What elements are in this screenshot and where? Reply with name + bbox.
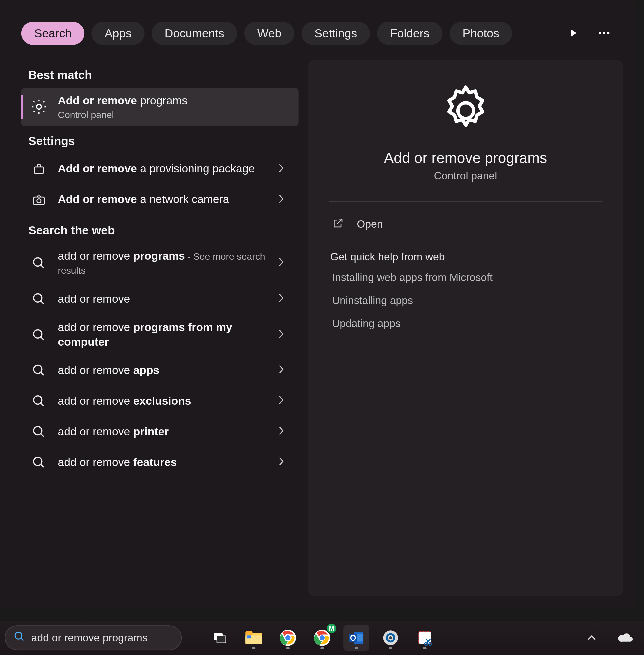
search-input[interactable] xyxy=(31,632,173,644)
open-external-icon xyxy=(332,217,344,232)
svg-point-3 xyxy=(37,105,41,109)
section-best-match: Best match xyxy=(28,68,299,82)
quick-link-updating-apps[interactable]: Updating apps xyxy=(332,317,602,330)
svg-point-8 xyxy=(34,294,42,302)
web-result[interactable]: add or remove exclusions xyxy=(21,386,299,417)
search-icon xyxy=(30,392,49,411)
divider xyxy=(329,201,603,202)
svg-point-7 xyxy=(34,258,42,266)
svg-point-12 xyxy=(34,427,42,435)
svg-point-1 xyxy=(603,32,605,34)
svg-point-0 xyxy=(599,32,601,34)
chevron-right-icon xyxy=(278,163,290,175)
chevron-right-icon xyxy=(278,329,290,341)
web-result[interactable]: add or remove programs - See more search… xyxy=(21,243,299,284)
chevron-right-icon xyxy=(278,194,290,206)
svg-point-6 xyxy=(37,199,41,203)
section-search-web: Search the web xyxy=(28,223,299,237)
tab-search[interactable]: Search xyxy=(21,22,85,45)
svg-point-9 xyxy=(34,330,42,338)
detail-pane: Add or remove programs Control panel Ope… xyxy=(308,60,623,596)
svg-point-13 xyxy=(34,458,42,466)
search-icon xyxy=(30,423,49,442)
gear-icon xyxy=(437,83,493,139)
task-view-icon[interactable] xyxy=(207,625,233,651)
search-results-panel: Search Apps Documents Web Settings Folde… xyxy=(0,0,637,608)
quick-help-header: Get quick help from web xyxy=(330,251,604,263)
search-icon xyxy=(30,361,49,380)
web-result[interactable]: add or remove features xyxy=(21,447,299,478)
svg-rect-21 xyxy=(247,635,251,638)
taskbar: M xyxy=(0,621,644,655)
tab-folders[interactable]: Folders xyxy=(377,22,442,45)
chrome-profile-icon[interactable]: M xyxy=(309,625,335,651)
svg-point-14 xyxy=(458,103,473,118)
svg-rect-4 xyxy=(34,167,44,173)
results-list: Best match Add or remove programs Contro… xyxy=(21,60,299,596)
settings-result-provisioning[interactable]: Add or remove a provisioning package xyxy=(21,154,299,184)
tab-photos[interactable]: Photos xyxy=(449,22,512,45)
best-match-result[interactable]: Add or remove programs Control panel xyxy=(21,88,299,126)
chevron-right-icon xyxy=(278,257,290,269)
gear-icon xyxy=(30,98,49,117)
tab-web[interactable]: Web xyxy=(244,22,294,45)
section-settings: Settings xyxy=(28,134,299,148)
svg-point-10 xyxy=(34,365,42,374)
svg-point-15 xyxy=(15,632,22,639)
search-icon xyxy=(30,254,49,273)
svg-point-11 xyxy=(34,396,42,404)
chevron-right-icon xyxy=(278,457,290,469)
search-icon xyxy=(30,453,49,472)
web-result[interactable]: add or remove apps xyxy=(21,355,299,386)
web-results-container: add or remove programs - See more search… xyxy=(21,243,299,478)
chevron-right-icon xyxy=(278,396,290,407)
svg-point-26 xyxy=(320,635,325,640)
search-icon xyxy=(30,326,49,345)
chrome-icon[interactable] xyxy=(275,625,301,651)
quick-link-install-web-apps[interactable]: Installing web apps from Microsoft xyxy=(332,271,602,284)
snipping-tool-icon[interactable] xyxy=(412,625,438,651)
detail-title: Add or remove programs xyxy=(384,149,547,166)
detail-subtitle: Control panel xyxy=(434,170,497,182)
tab-settings[interactable]: Settings xyxy=(301,22,370,45)
open-action[interactable]: Open xyxy=(329,211,603,238)
outlook-icon[interactable] xyxy=(343,625,369,651)
taskbar-search-box[interactable] xyxy=(5,625,182,650)
chevron-right-icon xyxy=(278,365,290,377)
web-result[interactable]: add or remove printer xyxy=(21,417,299,447)
play-icon[interactable] xyxy=(562,21,585,45)
search-icon xyxy=(14,631,25,645)
svg-point-23 xyxy=(285,635,290,640)
file-explorer-icon[interactable] xyxy=(241,625,267,651)
search-icon xyxy=(30,290,49,309)
web-result[interactable]: add or remove programs from my computer xyxy=(21,315,299,356)
settings-result-camera[interactable]: Add or remove a network camera xyxy=(21,184,299,215)
open-label: Open xyxy=(357,218,383,231)
svg-rect-19 xyxy=(245,631,252,635)
tray-chevron-up-icon[interactable] xyxy=(579,625,605,651)
svg-point-33 xyxy=(389,636,392,639)
more-options-icon[interactable] xyxy=(592,21,616,45)
svg-rect-17 xyxy=(217,636,226,643)
briefcase-icon xyxy=(30,160,49,179)
onedrive-icon[interactable] xyxy=(613,625,639,651)
settings-app-icon[interactable] xyxy=(378,625,404,651)
svg-point-2 xyxy=(607,32,610,34)
svg-rect-5 xyxy=(34,197,44,205)
tab-documents[interactable]: Documents xyxy=(152,22,237,45)
quick-link-uninstalling-apps[interactable]: Uninstalling apps xyxy=(332,294,602,307)
chevron-right-icon xyxy=(278,426,290,438)
camera-icon xyxy=(30,190,49,209)
filter-tabs-row: Search Apps Documents Web Settings Folde… xyxy=(0,18,637,48)
tab-apps[interactable]: Apps xyxy=(92,22,145,45)
chevron-right-icon xyxy=(278,293,290,305)
web-result[interactable]: add or remove xyxy=(21,284,299,314)
